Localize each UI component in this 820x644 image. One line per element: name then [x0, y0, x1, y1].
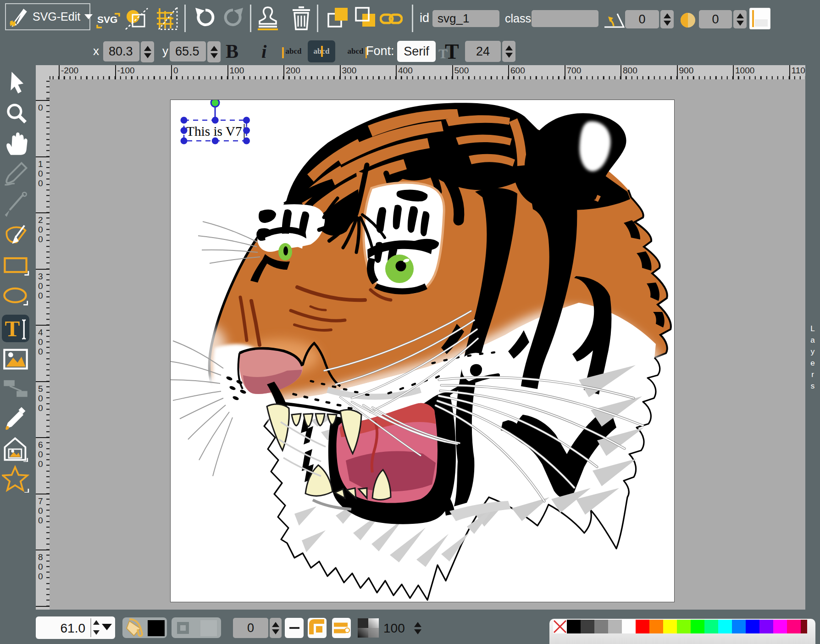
svg-text:This is V7: This is V7 [186, 124, 242, 139]
svg-text:T: T [5, 316, 20, 341]
svg-text:SVG: SVG [97, 14, 117, 25]
